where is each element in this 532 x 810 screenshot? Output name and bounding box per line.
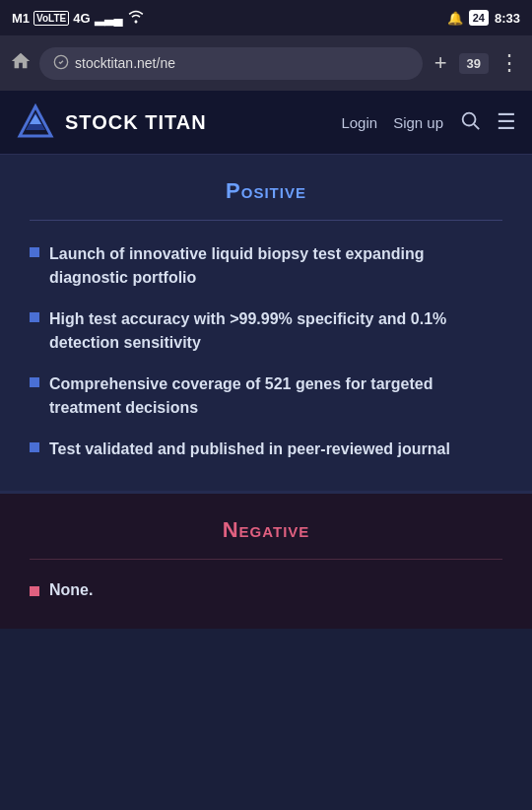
positive-item-1: Launch of innovative liquid biopsy test …: [49, 242, 502, 290]
volte-label: VoLTE: [33, 11, 69, 26]
svg-point-3: [463, 112, 476, 125]
site-title: STOCK TITAN: [65, 111, 207, 134]
svg-line-4: [474, 124, 479, 129]
search-icon[interactable]: [459, 109, 481, 136]
status-right: 🔔 24 8:33: [447, 10, 520, 26]
bullet-icon: [30, 312, 39, 322]
battery-indicator: 24: [469, 10, 489, 26]
browser-menu-button[interactable]: ⋮: [497, 50, 522, 76]
main-content: Positive Launch of innovative liquid bio…: [0, 155, 532, 629]
home-icon[interactable]: [10, 50, 32, 77]
negative-item-1: None.: [49, 581, 93, 599]
new-tab-button[interactable]: +: [431, 50, 451, 76]
positive-item-2: High test accuracy with >99.99% specific…: [49, 307, 502, 355]
time-display: 8:33: [495, 11, 520, 26]
negative-title: Negative: [30, 517, 502, 543]
browser-bar: stocktitan.net/ne + 39 ⋮: [0, 35, 532, 91]
list-item: High test accuracy with >99.99% specific…: [30, 307, 502, 355]
tab-count-button[interactable]: 39: [459, 53, 489, 74]
positive-item-4: Test validated and published in peer-rev…: [49, 438, 450, 461]
site-logo-icon: [16, 102, 55, 142]
positive-section: Positive Launch of innovative liquid bio…: [0, 155, 532, 494]
header-nav: Login Sign up ☰: [341, 109, 516, 136]
alarm-icon: 🔔: [447, 11, 463, 26]
url-security-icon: [53, 54, 69, 73]
bullet-neg-icon: [30, 586, 39, 596]
positive-divider: [30, 220, 502, 221]
url-text: stocktitan.net/ne: [75, 55, 175, 71]
positive-title: Positive: [30, 178, 502, 204]
hamburger-menu-icon[interactable]: ☰: [497, 109, 516, 135]
carrier-label: M1: [12, 11, 30, 26]
list-item: Comprehensive coverage of 521 genes for …: [30, 372, 502, 420]
status-bar: M1 VoLTE 4G ▂▃▄ 🔔 24 8:33: [0, 0, 532, 35]
status-left: M1 VoLTE 4G ▂▃▄: [12, 10, 145, 27]
signup-link[interactable]: Sign up: [393, 114, 443, 131]
url-bar[interactable]: stocktitan.net/ne: [39, 47, 423, 80]
bullet-icon: [30, 442, 39, 452]
negative-none-item: None.: [30, 581, 502, 599]
bullet-icon: [30, 377, 39, 387]
login-link[interactable]: Login: [341, 114, 377, 131]
logo-container[interactable]: STOCK TITAN: [16, 102, 207, 142]
network-type: 4G: [73, 11, 90, 26]
positive-list: Launch of innovative liquid biopsy test …: [30, 242, 502, 461]
negative-divider: [30, 559, 502, 560]
signal-bars-icon: ▂▃▄: [95, 11, 123, 26]
negative-section: Negative None.: [0, 494, 532, 629]
list-item: Launch of innovative liquid biopsy test …: [30, 242, 502, 290]
positive-item-3: Comprehensive coverage of 521 genes for …: [49, 372, 502, 420]
wifi-icon: [127, 10, 145, 27]
site-header: STOCK TITAN Login Sign up ☰: [0, 91, 532, 155]
list-item: Test validated and published in peer-rev…: [30, 438, 502, 461]
bullet-icon: [30, 247, 39, 257]
